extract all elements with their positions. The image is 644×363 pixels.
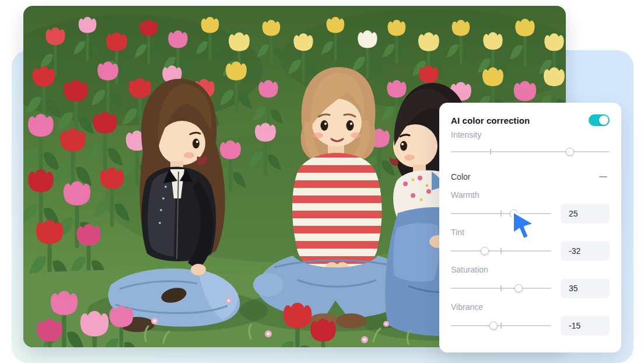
saturation-slider[interactable] [451, 284, 551, 293]
panel-title: AI color correction [451, 116, 530, 125]
slider-handle[interactable] [489, 322, 498, 330]
slider-tick [501, 285, 502, 291]
tint-slider[interactable] [451, 246, 551, 256]
color-section-title: Color [451, 172, 470, 182]
slider-handle[interactable] [514, 284, 523, 292]
toggle-knob [599, 116, 608, 125]
warmth-value[interactable]: 25 [561, 204, 610, 224]
slider-tick [490, 149, 491, 155]
tint-control: Tint -32 [451, 228, 610, 261]
color-correction-panel: AI color correction Intensity Color Warm… [439, 103, 621, 352]
tint-value[interactable]: -32 [561, 241, 610, 261]
vibrance-value[interactable]: -15 [561, 316, 610, 336]
slider-handle[interactable] [510, 210, 518, 218]
intensity-slider[interactable] [451, 147, 610, 156]
slider-tick [501, 211, 502, 217]
vibrance-control: Vibrance -15 [451, 302, 610, 336]
slider-tick [501, 248, 502, 254]
vibrance-slider[interactable] [451, 321, 551, 330]
slider-handle[interactable] [566, 148, 574, 156]
warmth-control: Warmth 25 [451, 190, 610, 224]
saturation-label: Saturation [451, 265, 610, 274]
slider-track[interactable] [451, 151, 610, 152]
slider-tick [501, 323, 502, 329]
saturation-control: Saturation 35 [451, 265, 610, 298]
ai-color-correction-toggle[interactable] [589, 114, 610, 126]
vibrance-label: Vibrance [451, 302, 610, 312]
minus-icon [599, 176, 607, 177]
tint-label: Tint [451, 228, 610, 237]
saturation-value[interactable]: 35 [561, 278, 610, 298]
warmth-label: Warmth [451, 190, 610, 200]
slider-handle[interactable] [481, 247, 489, 255]
collapse-section-button[interactable] [599, 173, 610, 181]
warmth-slider[interactable] [451, 209, 551, 218]
intensity-label: Intensity [451, 130, 610, 139]
